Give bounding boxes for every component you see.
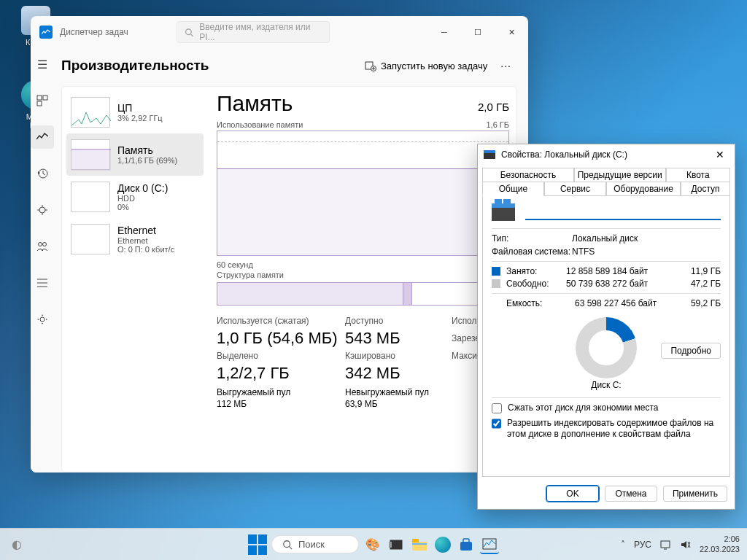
ok-button[interactable]: OK: [546, 486, 599, 502]
taskbar-app-edge[interactable]: [433, 535, 452, 554]
tab-general[interactable]: Общие: [482, 182, 544, 196]
capacity-row: Емкость: 63 598 227 456 байт 59,2 ГБ: [492, 298, 721, 308]
nav-rail: ☰: [31, 48, 54, 472]
nav-processes[interactable]: [31, 89, 54, 112]
svg-rect-33: [661, 541, 670, 548]
svg-line-24: [290, 546, 293, 549]
drive-icon: [484, 150, 495, 159]
taskbar-search[interactable]: Поиск: [271, 535, 359, 553]
tab-prev-versions[interactable]: Предыдущие версии: [574, 168, 666, 182]
perf-sidebar: ЦП3% 2,92 ГГц Память1,1/1,6 ГБ (69%) Дис…: [62, 87, 208, 472]
tray-network-icon[interactable]: [660, 540, 672, 550]
taskbar-app-paint[interactable]: 🎨: [363, 535, 382, 554]
usage-pie: [576, 317, 637, 378]
search-placeholder: Введите имя, издателя или PI...: [199, 22, 322, 42]
dialog-title: Свойства: Локальный диск (C:): [501, 149, 711, 160]
tab-quota[interactable]: Квота: [666, 168, 730, 182]
cleanup-button[interactable]: Подробно: [661, 343, 721, 359]
nav-performance[interactable]: [31, 125, 54, 149]
memory-composition: [217, 282, 509, 306]
task-manager-window: Диспетчер задач Введите имя, издателя ил…: [31, 16, 528, 472]
disk-label: Диск C:: [591, 380, 621, 390]
close-button[interactable]: ✕: [711, 149, 729, 160]
taskbar: ◐ Поиск 🎨 ˄ РУС 2:06 22.03.2023: [0, 528, 747, 560]
run-icon: [365, 60, 376, 71]
tab-hardware[interactable]: Оборудование: [606, 182, 681, 196]
page-title: Производительность: [61, 58, 209, 74]
search-icon: [282, 540, 293, 550]
svg-line-1: [190, 34, 193, 36]
run-new-task-button[interactable]: Запустить новую задачу: [357, 55, 495, 76]
index-checkbox[interactable]: Разрешить индексировать содержимое файло…: [492, 418, 721, 440]
nav-details[interactable]: [31, 271, 54, 295]
search-box[interactable]: Введите имя, издателя или PI...: [177, 21, 330, 43]
nav-history[interactable]: [31, 162, 54, 185]
perf-item-memory[interactable]: Память1,1/1,6 ГБ (69%): [66, 133, 204, 176]
svg-rect-31: [463, 539, 469, 542]
perf-item-ethernet[interactable]: EthernetEthernetО: 0 П: 0 кбит/с: [66, 218, 204, 260]
free-space-row: Свободно: 50 739 638 272 байт 47,2 ГБ: [492, 279, 721, 289]
maximize-button[interactable]: ☐: [461, 16, 495, 48]
svg-rect-30: [460, 542, 472, 551]
more-button[interactable]: ···: [495, 57, 517, 74]
window-title: Диспетчер задач: [60, 27, 162, 37]
tab-strip: Безопасность Предыдущие версии Квота Общ…: [478, 168, 735, 195]
taskview-button[interactable]: [387, 535, 406, 554]
taskbar-app-taskmanager[interactable]: [480, 535, 499, 554]
minimize-button[interactable]: ─: [427, 16, 461, 48]
tray-chevron[interactable]: ˄: [621, 540, 625, 550]
titlebar[interactable]: Диспетчер задач Введите имя, издателя ил…: [31, 16, 528, 48]
taskbar-app-store[interactable]: [457, 535, 476, 554]
nav-startup[interactable]: [31, 198, 54, 222]
svg-rect-2: [37, 96, 42, 100]
hamburger-button[interactable]: ☰: [31, 52, 54, 76]
svg-rect-26: [389, 542, 392, 548]
nav-users[interactable]: [31, 235, 54, 258]
cancel-button[interactable]: Отмена: [605, 486, 657, 502]
svg-rect-21: [71, 149, 111, 171]
tray-clock[interactable]: 2:06 22.03.2023: [700, 534, 740, 553]
svg-point-16: [40, 317, 44, 322]
taskbar-app-explorer[interactable]: [410, 535, 429, 554]
tab-security[interactable]: Безопасность: [482, 168, 574, 182]
svg-point-11: [39, 243, 42, 246]
drive-name-input[interactable]: [525, 204, 721, 220]
tray-volume-icon[interactable]: [681, 540, 691, 550]
svg-rect-28: [412, 539, 419, 542]
memory-graph: [217, 131, 509, 256]
detail-capacity: 2,0 ГБ: [478, 101, 509, 113]
tab-tools[interactable]: Сервис: [544, 182, 606, 196]
svg-point-12: [43, 243, 47, 246]
perf-detail: Память 2,0 ГБ Использование памяти1,6 ГБ…: [208, 87, 516, 472]
start-button[interactable]: [248, 535, 267, 554]
perf-item-disk[interactable]: Диск 0 (C:)HDD0%: [66, 176, 204, 218]
svg-rect-27: [412, 542, 427, 551]
dialog-titlebar[interactable]: Свойства: Локальный диск (C:) ✕: [478, 144, 735, 165]
svg-rect-3: [43, 96, 47, 100]
svg-point-0: [186, 28, 192, 34]
svg-point-6: [39, 207, 45, 213]
search-icon: [185, 28, 193, 37]
svg-point-23: [284, 540, 290, 547]
close-button[interactable]: ✕: [495, 16, 528, 48]
used-space-row: Занято: 12 858 589 184 байт 11,9 ГБ: [492, 266, 721, 276]
compress-checkbox[interactable]: Сжать этот диск для экономии места: [492, 402, 721, 414]
apply-button[interactable]: Применить: [663, 486, 727, 502]
nav-services[interactable]: [31, 308, 54, 331]
widgets-button[interactable]: ◐: [7, 535, 26, 554]
svg-rect-29: [412, 543, 427, 545]
tab-sharing[interactable]: Доступ: [681, 182, 730, 196]
detail-title: Память: [217, 91, 293, 116]
drive-large-icon: [492, 203, 515, 221]
perf-item-cpu[interactable]: ЦП3% 2,92 ГГц: [66, 91, 204, 133]
svg-rect-25: [390, 540, 402, 549]
drive-properties-dialog: Свойства: Локальный диск (C:) ✕ Безопасн…: [477, 144, 735, 510]
svg-rect-4: [37, 101, 42, 106]
tray-lang[interactable]: РУС: [634, 540, 651, 550]
app-icon: [39, 26, 53, 39]
